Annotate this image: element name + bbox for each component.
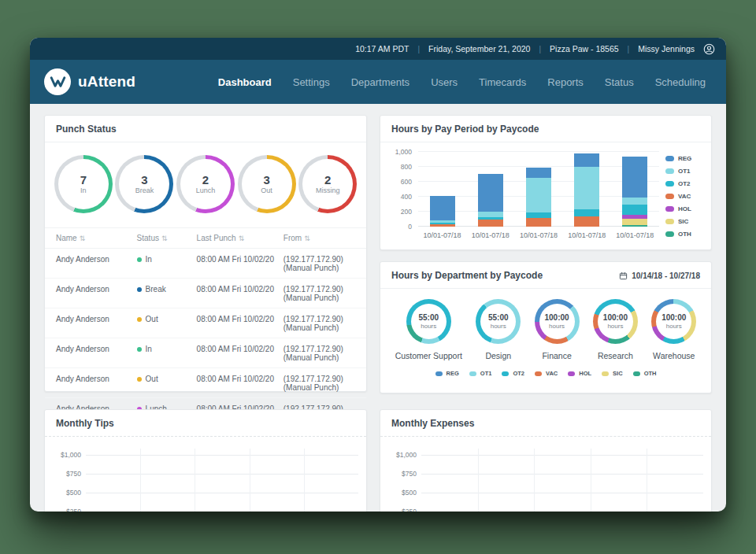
legend-dot <box>665 219 674 224</box>
punch-table-header: Name⇅Status⇅Last Punch⇅From⇅ <box>45 227 366 249</box>
donut-hole: 55:00hours <box>480 304 516 339</box>
punch-label: Missing <box>316 187 340 194</box>
divider: | <box>539 45 541 54</box>
cell-name: Andy Anderson <box>56 375 137 392</box>
legend-dot <box>665 156 674 161</box>
cell-status: In <box>137 345 197 362</box>
date-range-picker[interactable]: 10/14/18 - 10/27/18 <box>619 271 700 280</box>
table-row[interactable]: Andy AndersonBreak08:00 AM Fri 10/02/20(… <box>45 279 366 308</box>
table-row[interactable]: Andy AndersonOut08:00 AM Fri 10/02/20(19… <box>45 308 366 338</box>
legend-dot <box>665 194 674 199</box>
uattend-logo-icon <box>44 68 71 95</box>
cell-status: In <box>137 255 197 272</box>
grid-line <box>421 474 703 475</box>
hours-by-department-card: Hours by Department by Paycode 10/14/18 … <box>380 261 712 393</box>
punch-donut-hole: 2Lunch <box>180 159 231 209</box>
nav-item-scheduling[interactable]: Scheduling <box>655 76 706 88</box>
current-date: Friday, September 21, 2020 <box>428 44 530 54</box>
nav-item-timecards[interactable]: Timecards <box>479 76 526 88</box>
table-row[interactable]: Andy AndersonOut08:00 AM Fri 10/02/20(19… <box>45 368 366 398</box>
punch-count: 3 <box>141 174 147 187</box>
bar-chart-legend: REGOT1OT2VACHOLSICOTH <box>659 152 705 239</box>
bar-segment-sic <box>622 219 647 225</box>
calendar-icon <box>619 271 628 280</box>
hours-value: 55:00 <box>488 313 509 323</box>
app-window: 10:17 AM PDT | Friday, September 21, 202… <box>30 38 726 512</box>
bar-segment-vac <box>574 216 599 227</box>
bar-segment-ot2 <box>526 212 551 218</box>
user-avatar-icon[interactable] <box>703 43 715 55</box>
pay-period-chart: 02004006008001,000 10/01-07/1810/01-07/1… <box>380 142 711 244</box>
nav-item-dashboard[interactable]: Dashboard <box>218 76 272 88</box>
hours-value: 100:00 <box>603 313 628 323</box>
y-tick-label: 800 <box>401 163 412 171</box>
column-header-name[interactable]: Name⇅ <box>56 234 137 242</box>
hours-unit: hours <box>607 323 623 330</box>
top-info-bar: 10:17 AM PDT | Friday, September 21, 202… <box>30 38 726 60</box>
brand-name: uAttend <box>78 73 135 90</box>
x-tick-label: 10/01-07/18 <box>568 231 606 239</box>
table-row[interactable]: Andy AndersonIn08:00 AM Fri 10/02/20(192… <box>45 338 366 368</box>
bar-segment-reg <box>478 174 503 212</box>
y-tick-label: $250 <box>66 508 81 512</box>
punch-donut-hole: 3Out <box>242 159 292 209</box>
column-header-from[interactable]: From⇅ <box>284 234 355 242</box>
table-row[interactable]: Andy AndersonIn08:00 AM Fri 10/02/20(192… <box>45 249 366 279</box>
punch-count: 2 <box>324 174 331 187</box>
department-finance: 100:00hoursFinance <box>535 299 580 360</box>
cell-name: Andy Anderson <box>56 315 137 332</box>
stacked-bar[interactable] <box>478 174 503 227</box>
column-header-status[interactable]: Status⇅ <box>137 234 197 242</box>
nav-item-users[interactable]: Users <box>431 76 458 88</box>
department-donut: 55:00hours <box>406 299 451 344</box>
y-tick-label: $500 <box>66 489 81 497</box>
grid-line <box>421 455 703 456</box>
stacked-bar[interactable] <box>622 157 647 227</box>
grid-line-vertical <box>534 449 535 512</box>
nav-item-settings[interactable]: Settings <box>293 76 330 88</box>
grid-line-vertical <box>304 449 305 512</box>
punch-status-card: Punch Status 7In3Break2Lunch3Out2Missing… <box>44 115 367 392</box>
donut-hole: 100:00hours <box>539 304 575 339</box>
cell-name: Andy Anderson <box>56 255 137 272</box>
legend-item-sic: SIC <box>602 370 623 377</box>
bar-chart-main: 02004006008001,000 10/01-07/1810/01-07/1… <box>390 152 659 239</box>
monthly-expenses-card: Monthly Expenses $1,000$750$500$250 <box>380 409 712 512</box>
bar-chart-plot <box>418 152 659 227</box>
department-design: 55:00hoursDesign <box>476 299 521 360</box>
stacked-bar[interactable] <box>430 196 455 227</box>
brand-logo[interactable]: uAttend <box>44 68 135 95</box>
nav-item-status[interactable]: Status <box>605 76 634 88</box>
expenses-plot <box>421 449 703 512</box>
legend-dot <box>435 371 443 376</box>
punch-label: Lunch <box>196 187 216 194</box>
x-tick-label: 10/01-07/18 <box>520 231 558 239</box>
cell-name: Andy Anderson <box>56 345 137 362</box>
bar-segment-ot1 <box>478 212 503 217</box>
card-title-text: Punch Status <box>56 124 117 135</box>
y-tick-label: 0 <box>408 223 412 231</box>
grid-line <box>86 455 358 456</box>
legend-item-reg: REG <box>665 155 705 162</box>
dashboard-content: Punch Status 7In3Break2Lunch3Out2Missing… <box>30 104 726 512</box>
stacked-bar[interactable] <box>526 168 551 227</box>
punch-label: Out <box>261 187 272 194</box>
nav-item-departments[interactable]: Departments <box>351 76 410 88</box>
cell-from: (192.177.172.90)(Manual Punch) <box>284 375 355 392</box>
donut-hole: 55:00hours <box>411 304 447 339</box>
hours-value: 55:00 <box>418 313 439 323</box>
y-tick-label: $750 <box>66 470 81 478</box>
punch-donut-lunch: 2Lunch <box>176 155 235 213</box>
monthly-tips-card: Monthly Tips $1,000$750$500$250 <box>44 409 367 512</box>
stacked-bar[interactable] <box>574 153 599 227</box>
legend-dot <box>665 181 674 187</box>
legend-dot <box>469 371 476 376</box>
main-nav-bar: uAttend DashboardSettingsDepartmentsUser… <box>30 60 726 104</box>
cell-last-punch: 08:00 AM Fri 10/02/20 <box>197 315 284 332</box>
nav-item-reports[interactable]: Reports <box>547 76 584 88</box>
hours-unit: hours <box>666 323 682 330</box>
column-header-last-punch[interactable]: Last Punch⇅ <box>197 234 284 242</box>
cell-status: Break <box>137 285 197 302</box>
hours-value: 100:00 <box>662 313 686 323</box>
tips-plot <box>86 449 358 512</box>
